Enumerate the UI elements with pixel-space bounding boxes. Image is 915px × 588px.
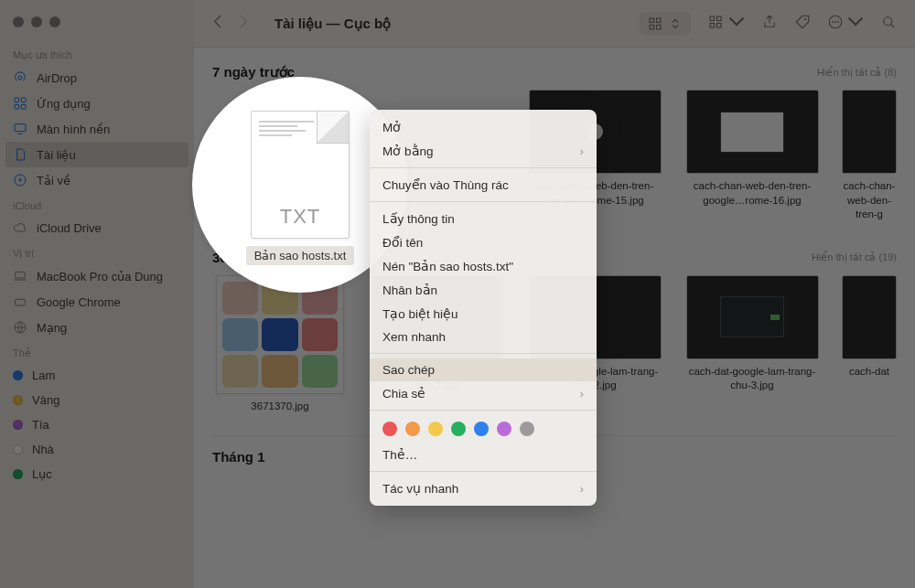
ctx-share[interactable]: Chia sẻ›	[370, 381, 597, 405]
ctx-rename[interactable]: Đổi tên	[370, 230, 597, 254]
close-icon[interactable]	[13, 16, 24, 27]
actions-button[interactable]	[827, 14, 864, 34]
share-button[interactable]	[761, 14, 778, 34]
file-tile[interactable]: 3671370.jpg	[212, 275, 348, 414]
sidebar-item-desktop[interactable]: Màn hình nền	[0, 116, 194, 142]
sidebar-tag-home[interactable]: Nhà	[0, 437, 194, 462]
view-switcher[interactable]	[640, 12, 691, 36]
sidebar-item-apps[interactable]: Ứng dụng	[0, 91, 194, 116]
ctx-open-with[interactable]: Mở bằng›	[370, 139, 597, 163]
context-menu: Mở Mở bằng› Chuyển vào Thùng rác Lấy thô…	[370, 110, 597, 506]
ctx-quick-actions[interactable]: Tác vụ nhanh›	[370, 476, 597, 500]
ctx-tag-colors	[370, 415, 597, 443]
ctx-alias[interactable]: Tạo biệt hiệu	[370, 302, 597, 326]
sidebar-tag-blue[interactable]: Lam	[0, 363, 194, 388]
ctx-duplicate[interactable]: Nhân bản	[370, 278, 597, 302]
back-button[interactable]	[212, 14, 222, 33]
sidebar-section-tags: Thẻ	[0, 340, 194, 363]
sidebar-tag-yellow[interactable]: Vàng	[0, 388, 194, 412]
sidebar-item-label: iCloud Drive	[37, 221, 102, 235]
tag-color-green[interactable]	[451, 422, 466, 436]
sidebar-section-favorites: Mục ưa thích	[0, 42, 194, 65]
file-tile[interactable]: cach-chan-web-den-tren-g	[842, 90, 897, 222]
window-title: Tài liệu — Cục bộ	[274, 16, 391, 32]
sidebar-item-label: Tải về	[37, 174, 70, 187]
tag-color-yellow[interactable]	[428, 422, 443, 436]
chevron-right-icon: ›	[580, 482, 585, 496]
svg-rect-16	[710, 23, 715, 27]
sidebar-item-label: MacBook Pro của Dung	[37, 270, 163, 283]
airdrop-icon	[13, 70, 27, 85]
minimize-icon[interactable]	[31, 16, 42, 27]
tag-color-blue[interactable]	[474, 422, 489, 436]
ctx-copy[interactable]: Sao chép	[370, 358, 597, 381]
toolbar: Tài liệu — Cục bộ	[194, 0, 915, 48]
finder-window: Mục ưa thích AirDrop Ứng dụng Màn hình n…	[0, 0, 915, 588]
tag-color-purple[interactable]	[497, 422, 511, 436]
downloads-icon	[13, 173, 27, 187]
svg-point-18	[803, 17, 805, 19]
sidebar-item-documents[interactable]: Tài liệu	[5, 142, 188, 167]
sidebar-item-label: Màn hình nền	[37, 123, 110, 136]
ctx-quicklook[interactable]: Xem nhanh	[370, 326, 597, 348]
file-tile[interactable]: cach-chan-web-den-tren-google…rome-16.jp…	[684, 90, 820, 222]
sidebar-tag-purple[interactable]: Tía	[0, 412, 194, 437]
ctx-getinfo[interactable]: Lấy thông tin	[370, 207, 597, 230]
tag-dot-icon	[13, 420, 23, 430]
svg-rect-3	[15, 104, 19, 109]
desktop-icon	[13, 122, 27, 136]
traffic-lights	[0, 9, 194, 42]
sidebar-item-label: Tía	[32, 418, 49, 432]
chevron-right-icon: ›	[580, 144, 585, 158]
tag-color-orange[interactable]	[405, 422, 420, 436]
tag-dot-icon	[13, 444, 23, 454]
ctx-open[interactable]: Mở	[370, 115, 597, 139]
sidebar-section-icloud: iCloud	[0, 193, 194, 215]
sidebar-item-label: Lam	[32, 369, 55, 382]
search-button[interactable]	[880, 14, 897, 34]
tag-dot-icon	[13, 395, 23, 405]
sidebar-item-icloud-drive[interactable]: iCloud Drive	[0, 215, 194, 241]
show-all-link[interactable]: Hiển thị tất cả (19)	[812, 251, 897, 263]
svg-rect-15	[717, 16, 722, 21]
sidebar-item-macbook[interactable]: MacBook Pro của Dung	[0, 263, 194, 289]
group-button[interactable]	[707, 14, 744, 34]
file-tile[interactable]: cach-dat	[842, 275, 897, 414]
sidebar-item-downloads[interactable]: Tải về	[0, 167, 194, 193]
sidebar-tag-green[interactable]: Lục	[0, 462, 194, 486]
apps-thumbnail	[216, 275, 344, 394]
tags-button[interactable]	[794, 14, 811, 34]
sidebar-item-airdrop[interactable]: AirDrop	[0, 65, 194, 91]
sidebar-item-label: Mạng	[37, 321, 67, 335]
tag-color-red[interactable]	[382, 422, 397, 436]
ctx-trash[interactable]: Chuyển vào Thùng rác	[370, 173, 597, 197]
selected-file-label: Bản sao hosts.txt	[246, 246, 355, 265]
show-all-link[interactable]: Hiển thị tất cả (8)	[817, 67, 897, 79]
apps-icon	[13, 96, 27, 111]
sidebar-item-label: Tài liệu	[37, 148, 76, 162]
file-tile[interactable]: cach-dat-google-lam-trang-chu-3.jpg	[684, 275, 820, 414]
sidebar-section-locations: Vị trí	[0, 241, 194, 263]
tag-color-gray[interactable]	[520, 422, 534, 436]
laptop-icon	[13, 269, 27, 283]
ctx-tags-more[interactable]: Thẻ…	[370, 443, 597, 466]
svg-rect-2	[21, 98, 26, 102]
ctx-compress[interactable]: Nén "Bản sao hosts.txt"	[370, 254, 597, 278]
svg-rect-12	[650, 25, 654, 29]
file-extension: TXT	[252, 205, 349, 229]
txt-file-icon[interactable]: TXT	[251, 111, 350, 239]
sidebar-item-label: Ứng dụng	[37, 97, 91, 111]
svg-rect-1	[15, 98, 19, 102]
zoom-icon[interactable]	[49, 16, 60, 27]
svg-point-22	[837, 21, 839, 23]
sidebar-item-network[interactable]: Mạng	[0, 315, 194, 340]
forward-button[interactable]	[239, 14, 249, 33]
sidebar-item-label: Lục	[32, 467, 52, 481]
network-icon	[13, 320, 27, 335]
svg-rect-10	[650, 18, 654, 23]
svg-point-0	[18, 76, 22, 80]
sidebar-item-chrome-disk[interactable]: Google Chrome	[0, 289, 194, 315]
svg-rect-4	[21, 104, 26, 109]
file-label: cach-dat	[849, 365, 889, 380]
tag-dot-icon	[13, 469, 23, 479]
